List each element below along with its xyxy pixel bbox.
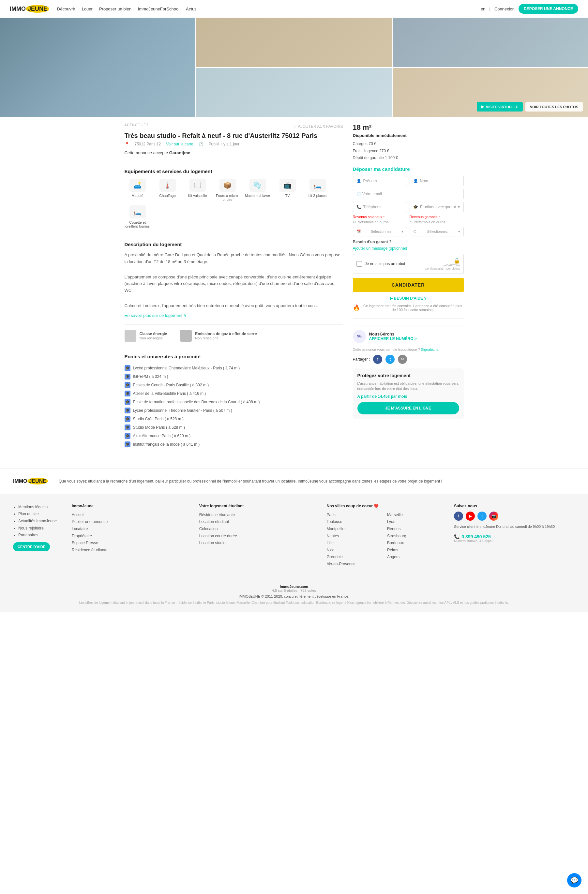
ville-grenoble[interactable]: Grenoble	[327, 554, 387, 561]
nom-icon: 👤	[413, 179, 418, 183]
energie-box	[125, 330, 136, 342]
ville-angers[interactable]: Angers	[387, 554, 447, 561]
frais-val: 270 €	[379, 149, 389, 153]
footer-location-etud-link[interactable]: Location étudiant	[199, 518, 320, 526]
ville-nice[interactable]: Nice	[327, 547, 387, 554]
connexion-link[interactable]: Connexion	[494, 6, 515, 11]
footer-presse-link[interactable]: Espace Presse	[72, 540, 193, 547]
nav-actus[interactable]: Actus	[186, 6, 197, 11]
equip-micro-ondes: 📦 Fours à micro-ondes	[215, 179, 241, 201]
gallery-main-photo	[0, 18, 195, 117]
ville-paris[interactable]: Paris	[327, 512, 387, 519]
ville-marseille[interactable]: Marseille	[387, 512, 447, 519]
equip-lit: 🛏️ Lit 2 places	[305, 179, 331, 201]
sidebar-dispo: Disponible immédiatement	[353, 133, 464, 138]
ecole-item: Institut français de la mode ( à 641 m )	[125, 440, 343, 449]
mentions-legales-link[interactable]: Mentions légales	[18, 504, 65, 511]
signalez-link[interactable]: Signalez la	[421, 347, 438, 352]
nav-decouvrir[interactable]: Découvrir	[57, 6, 76, 11]
mois-entree-select[interactable]: 📅 Sélectionnez ▾	[353, 227, 407, 236]
deposer-annonce-button[interactable]: DÉPOSER UNE ANNONCE	[518, 4, 578, 14]
revenus-gar-input[interactable]: ⊙ Nets/mois en euros	[410, 220, 464, 224]
charges-label: Charges	[353, 142, 367, 146]
voir-photos-button[interactable]: VOIR TOUTES LES PHOTOS	[525, 102, 583, 112]
school-icon-9	[125, 441, 130, 447]
instagram-footer-icon[interactable]: 📷	[489, 512, 498, 521]
etudiant-select[interactable]: 🎓 Étudiant avec garant ▾	[410, 202, 464, 212]
equip-chauffage-label: Chauffage	[159, 194, 176, 198]
footer-publier-link[interactable]: Publier une annonce	[72, 518, 193, 526]
rejoindre-link[interactable]: Nous rejoindre	[18, 525, 65, 532]
nav-louer[interactable]: Louer	[82, 6, 93, 11]
nav-separator: |	[490, 6, 490, 11]
ville-toulouse[interactable]: Toulouse	[327, 518, 387, 526]
email-share-button[interactable]: ✉	[398, 355, 407, 364]
lang-switcher[interactable]: en	[481, 6, 485, 11]
garant-question: Besoin d'un garant ?	[353, 240, 464, 244]
energy-section: Classe énergie Non renseigné Emissions d…	[125, 325, 343, 347]
ville-nantes[interactable]: Nantes	[327, 533, 387, 540]
footer-coloc-link[interactable]: Colocation	[199, 526, 320, 533]
besoin-aide-link[interactable]: ▶ BESOIN D'AIDE ?	[353, 296, 464, 301]
ville-aix[interactable]: Aix-en-Provence	[327, 561, 387, 568]
footer-residence-link[interactable]: Résidence étudiante	[72, 547, 193, 554]
email-field[interactable]: ✉️ Votre email	[353, 189, 464, 199]
revenus-sal-input[interactable]: ⊙ Nets/mois en euros	[353, 220, 407, 224]
phone-footer-icon: 📞	[454, 534, 460, 539]
footer-studio-link[interactable]: Location studio	[199, 540, 320, 547]
etudiant-icon: 🎓	[413, 205, 418, 209]
school-icon-0	[125, 365, 130, 371]
ville-lyon[interactable]: Lyon	[387, 518, 447, 526]
chauffage-icon: 🌡️	[159, 179, 176, 192]
twitter-footer-icon[interactable]: t	[478, 512, 487, 521]
gallery-photo-4	[197, 68, 391, 117]
ajouter-message-link[interactable]: Ajouter un message (optionnel)	[353, 246, 464, 251]
link-more[interactable]: En savoir plus sur ce logement ∨	[125, 313, 187, 318]
footer-proprietaire-link[interactable]: Propriétaire	[72, 533, 193, 540]
revenus-row: Revenus salariaux * ⊙ Nets/mois en euros…	[353, 215, 464, 224]
prenom-field[interactable]: 👤 Prénom	[353, 176, 407, 186]
actualites-link[interactable]: Actualités ImmoJeune	[18, 518, 65, 525]
nav-logo[interactable]: IMMOJEUNE	[10, 6, 49, 12]
facebook-share-button[interactable]: f	[373, 355, 382, 364]
nav-proposer[interactable]: Proposer un bien	[99, 6, 132, 11]
main-container: AGENCE • T2 ♡ AJOUTER AUX FAVORIS Très b…	[115, 117, 473, 455]
protection-text: L'assurance habitation est obligatoire, …	[357, 381, 459, 391]
ville-bordeaux[interactable]: Bordeaux	[387, 540, 447, 547]
protection-section: Protégez votre logement L'assurance habi…	[353, 368, 464, 419]
partenaires-link[interactable]: Partenaires	[18, 532, 65, 539]
tel-number[interactable]: 📞 0 899 490 525	[454, 534, 575, 539]
voir-carte-link[interactable]: Voir sur la carte	[166, 142, 193, 146]
assurance-button[interactable]: JE M'ASSURE EN LIGNE	[357, 402, 459, 414]
duree-select[interactable]: ⏱ Sélectionnez ▾	[410, 227, 464, 236]
ville-rennes[interactable]: Rennes	[387, 526, 447, 533]
ville-strasbourg[interactable]: Strasbourg	[387, 533, 447, 540]
footer-courte-duree-link[interactable]: Location courte durée	[199, 533, 320, 540]
afficher-numero-btn[interactable]: AFFICHER LE NUMÉRO >	[369, 337, 417, 341]
footer-locataire-link[interactable]: Locataire	[72, 526, 193, 533]
facebook-footer-icon[interactable]: f	[454, 512, 463, 521]
school-icon-3	[125, 391, 130, 396]
visite-virtuelle-button[interactable]: ▶ VISITE VIRTUELLE	[477, 102, 523, 112]
candidater-button[interactable]: CANDIDATER	[353, 278, 464, 292]
footer-residence-etud-link[interactable]: Résidence étudiante	[199, 512, 320, 519]
ville-montpellier[interactable]: Montpellier	[327, 526, 387, 533]
captcha-checkbox[interactable]	[357, 261, 362, 267]
ville-lille[interactable]: Lille	[327, 540, 387, 547]
nav-school[interactable]: ImmoJeuneForSchool	[138, 6, 179, 11]
youtube-footer-icon[interactable]: ▶	[466, 512, 475, 521]
captcha-row[interactable]: Je ne suis pas un robot 🔒 reCAPTCHA Conf…	[353, 254, 464, 274]
twitter-share-button[interactable]: t	[385, 355, 395, 364]
equip-tv: 📺 TV	[275, 179, 301, 201]
footer-accueil-link[interactable]: Accueil	[72, 512, 193, 519]
ville-reims[interactable]: Reims	[387, 547, 447, 554]
centre-aide-button[interactable]: CENTRE D'AIDE	[13, 542, 50, 551]
recaptcha-branding: 🔒 reCAPTCHA Confidentialité - Conditions	[425, 258, 460, 270]
footer-legal-list: Mentions légales Plan du site Actualités…	[13, 504, 65, 539]
telephone-field[interactable]: 📞 Téléphone	[353, 202, 407, 212]
favoris-btn[interactable]: ♡ AJOUTER AUX FAVORIS	[293, 124, 343, 129]
plan-site-link[interactable]: Plan du site	[18, 510, 65, 518]
footer-immojeune-title: ImmoJeune	[72, 504, 193, 508]
nom-field[interactable]: 👤 Nom	[410, 176, 464, 186]
revenus-section: Revenus salariaux * ⊙ Nets/mois en euros…	[353, 215, 464, 224]
